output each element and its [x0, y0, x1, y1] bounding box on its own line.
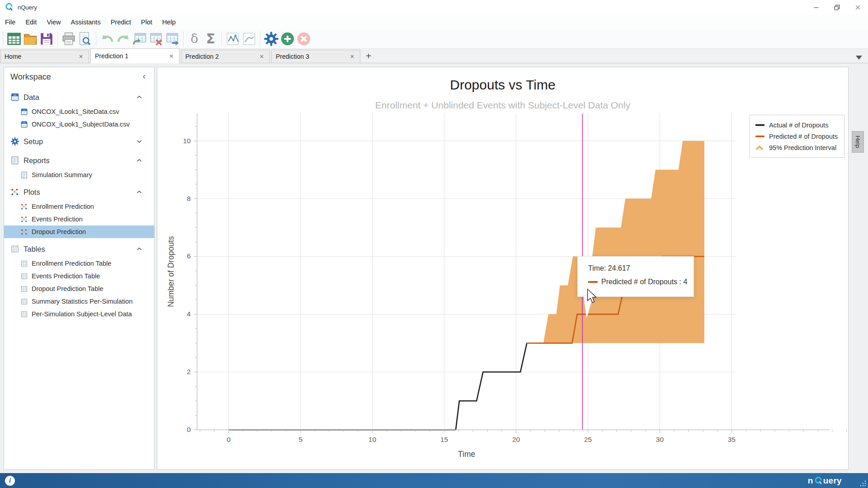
- scatter-chart-button[interactable]: [225, 31, 241, 47]
- tab-home[interactable]: Home: [0, 50, 89, 63]
- redo-button[interactable]: [116, 31, 131, 47]
- sidebar-item-summary-statistics-per-simulation[interactable]: Summary Statistics Per-Simulation: [4, 295, 154, 308]
- dropouts-vs-time-chart[interactable]: 051015202530350246810TimeNumber of Dropo…: [157, 67, 848, 469]
- sidebar-item-enrollment-prediction-table[interactable]: Enrollment Prediction Table: [4, 257, 154, 270]
- restore-button[interactable]: [826, 0, 847, 14]
- item-label: Dropout Prediction: [32, 228, 86, 235]
- resize-grip[interactable]: [860, 480, 866, 487]
- csv-file-icon: csv: [10, 93, 19, 102]
- tab-prediction-3[interactable]: Prediction 3: [271, 50, 360, 63]
- item-label: ONCOX_iLook1_SiteData.csv: [32, 108, 119, 115]
- menu-view[interactable]: View: [42, 14, 66, 29]
- sidebar-section-data[interactable]: csvData: [4, 89, 154, 105]
- open-folder-button[interactable]: [23, 31, 38, 47]
- tab-prediction-2[interactable]: Prediction 2: [181, 50, 270, 63]
- print-button[interactable]: [61, 31, 76, 47]
- delta-button[interactable]: δ: [187, 31, 202, 47]
- minimize-button[interactable]: [806, 0, 826, 14]
- tab-overflow-dropdown[interactable]: [855, 55, 863, 60]
- delete-table-icon: [148, 31, 164, 47]
- table-icon: [20, 298, 28, 305]
- sigma-icon: Σ: [203, 31, 218, 47]
- sigma-button[interactable]: Σ: [203, 31, 218, 47]
- tab-close-icon[interactable]: [258, 53, 265, 60]
- add-button[interactable]: [280, 31, 295, 47]
- workspace-header: Workspace: [4, 67, 154, 86]
- toolbar-separator: [96, 32, 96, 46]
- save-button[interactable]: [39, 31, 54, 47]
- svg-text:0: 0: [187, 426, 191, 433]
- nquery-application-window: nQuery FileEditViewAssistantsPred: [0, 0, 868, 488]
- chart-legend: Actual # of DropoutsPredicted # of Dropo…: [750, 115, 844, 158]
- legend-label: Actual # of Dropouts: [769, 122, 828, 129]
- settings-gear-button[interactable]: [264, 31, 279, 47]
- band-chevron-swatch-icon: [755, 145, 765, 151]
- cancel-icon: [296, 31, 311, 47]
- tab-close-icon[interactable]: [349, 53, 356, 60]
- status-bar: i n uery: [0, 473, 868, 488]
- tab-close-icon[interactable]: [168, 52, 175, 60]
- section-label: Setup: [24, 137, 135, 146]
- sidebar-section-plots[interactable]: Plots: [4, 184, 154, 200]
- refresh-table-icon: [132, 31, 147, 47]
- sidebar-item-events-prediction-table[interactable]: Events Prediction Table: [4, 270, 154, 282]
- settings-gear-icon: [264, 31, 279, 47]
- tab-label: Home: [5, 53, 77, 60]
- tooltip-series-value: Predicted # of Dropouts : 4: [588, 278, 693, 286]
- sidebar-item-events-prediction[interactable]: Events Prediction: [4, 213, 154, 225]
- sidebar-item-oncox-ilook1-subjectdata-csv[interactable]: csvONCOX_iLook1_SubjectData.csv: [4, 118, 154, 131]
- item-label: ONCOX_iLook1_SubjectData.csv: [32, 121, 130, 128]
- section-label: Data: [24, 93, 135, 102]
- sidebar-item-dropout-prediction-table[interactable]: Dropout Prediction Table: [4, 282, 154, 295]
- scatter-plot-icon: [20, 228, 28, 236]
- help-side-tab[interactable]: Help: [852, 131, 864, 153]
- nquery-logo-q-icon: [814, 476, 823, 485]
- menu-help[interactable]: Help: [157, 14, 181, 29]
- menu-file[interactable]: File: [0, 14, 20, 29]
- chevron-up-icon: [135, 93, 144, 102]
- delete-table-button[interactable]: [148, 31, 164, 47]
- sidebar-section-tables[interactable]: Tables: [4, 241, 154, 257]
- line-swatch-icon: [755, 135, 765, 138]
- collapse-sidebar-chevron-left-icon[interactable]: [141, 73, 148, 80]
- line-chart-button[interactable]: [241, 31, 257, 47]
- sidebar-item-per-simulation-subject-level-data[interactable]: Per-Simulation Subject-Level Data: [4, 308, 154, 320]
- table-icon: [10, 244, 19, 253]
- sidebar-item-oncox-ilook1-sitedata-csv[interactable]: csvONCOX_iLook1_SiteData.csv: [4, 105, 154, 118]
- undo-button[interactable]: [99, 31, 115, 47]
- new-tab-button[interactable]: +: [362, 50, 375, 63]
- sidebar-section-reports[interactable]: Reports: [4, 152, 154, 169]
- new-table-button[interactable]: [6, 31, 22, 47]
- sidebar-item-dropout-prediction[interactable]: Dropout Prediction: [4, 225, 154, 238]
- tab-label: Prediction 3: [276, 53, 349, 60]
- tab-close-icon[interactable]: [77, 53, 85, 60]
- toolbar-separator: [183, 32, 184, 46]
- toolbar-separator: [57, 32, 58, 46]
- open-folder-icon: [23, 31, 38, 47]
- tab-prediction-1[interactable]: Prediction 1: [90, 48, 179, 63]
- svg-text:Time: Time: [458, 450, 475, 459]
- refresh-table-button[interactable]: [132, 31, 147, 47]
- item-label: Enrollment Prediction: [32, 203, 94, 210]
- toolbar: δΣ: [0, 29, 868, 49]
- menu-assistants[interactable]: Assistants: [66, 14, 106, 29]
- svg-text:15: 15: [440, 436, 448, 443]
- print-preview-button[interactable]: [77, 31, 93, 47]
- chart-tooltip: Time: 24.617 Predicted # of Dropouts : 4: [577, 256, 694, 297]
- menu-edit[interactable]: Edit: [20, 14, 42, 29]
- sidebar-item-simulation-summary[interactable]: Simulation Summary: [4, 169, 154, 181]
- cancel-button[interactable]: [296, 31, 311, 47]
- close-button[interactable]: [847, 0, 868, 14]
- menu-predict[interactable]: Predict: [106, 14, 136, 29]
- sidebar-section-setup[interactable]: Setup: [4, 133, 154, 150]
- table-icon: [20, 310, 28, 318]
- svg-text:4: 4: [187, 310, 191, 318]
- info-icon[interactable]: i: [5, 476, 15, 486]
- window-title: nQuery: [18, 4, 37, 11]
- menu-bar: FileEditViewAssistantsPredictPlotHelp: [0, 14, 868, 29]
- sidebar-item-enrollment-prediction[interactable]: Enrollment Prediction: [4, 200, 154, 213]
- report-icon: [10, 156, 19, 165]
- title-bar: nQuery: [0, 0, 868, 14]
- menu-plot[interactable]: Plot: [136, 14, 157, 29]
- export-table-button[interactable]: [165, 31, 180, 47]
